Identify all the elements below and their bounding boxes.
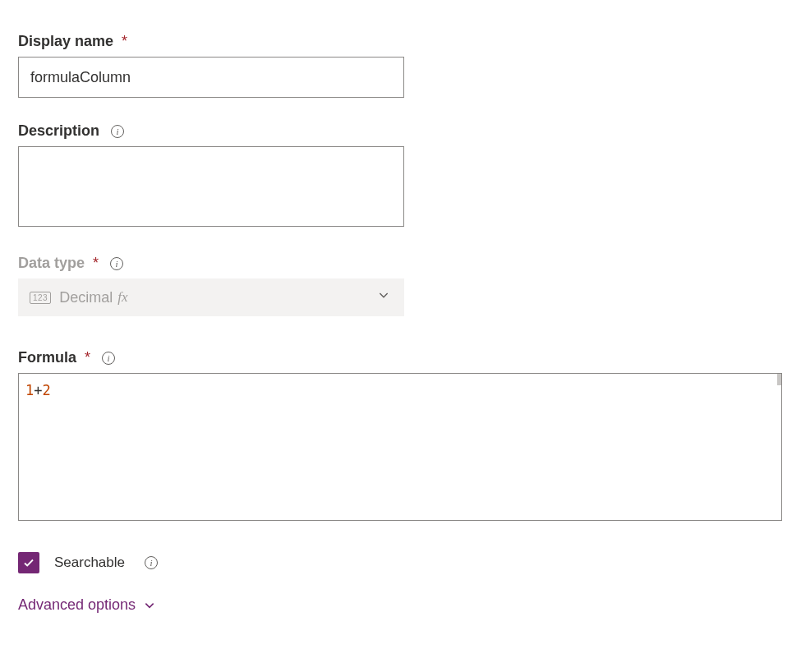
info-icon[interactable]: i [111, 125, 124, 138]
display-name-input[interactable] [18, 57, 404, 98]
display-name-field: Display name * [18, 33, 783, 98]
formula-token-number: 2 [43, 382, 51, 398]
fx-icon: fx [117, 289, 127, 306]
description-input[interactable] [18, 146, 404, 227]
required-marker: * [122, 33, 127, 50]
info-icon[interactable]: i [145, 556, 158, 569]
display-name-label: Display name [18, 33, 113, 50]
searchable-row: Searchable i [18, 552, 783, 573]
data-type-label-row: Data type * i [18, 255, 783, 272]
info-icon[interactable]: i [102, 352, 115, 365]
data-type-value: Decimal [59, 289, 113, 306]
display-name-label-row: Display name * [18, 33, 783, 50]
data-type-field: Data type * i 123 Decimal fx [18, 255, 783, 316]
chevron-down-icon [378, 288, 389, 305]
chevron-down-icon [144, 600, 155, 611]
info-icon[interactable]: i [110, 257, 123, 270]
scrollbar[interactable] [777, 374, 781, 385]
description-label-row: Description i [18, 122, 783, 140]
formula-field: Formula * i 1+2 [18, 349, 783, 521]
description-label: Description [18, 122, 99, 140]
searchable-label: Searchable [54, 555, 125, 571]
advanced-options-toggle[interactable]: Advanced options [18, 596, 783, 614]
formula-label-row: Formula * i [18, 349, 783, 366]
formula-label: Formula [18, 349, 76, 366]
required-marker: * [85, 349, 90, 366]
advanced-options-label: Advanced options [18, 596, 136, 614]
data-type-dropdown: 123 Decimal fx [18, 278, 404, 316]
formula-token-number: 1 [25, 382, 34, 398]
required-marker: * [93, 255, 99, 272]
description-field: Description i [18, 122, 783, 230]
data-type-label: Data type [18, 255, 85, 272]
formula-editor[interactable]: 1+2 [18, 373, 782, 521]
searchable-checkbox[interactable] [18, 552, 39, 573]
number-type-icon: 123 [30, 292, 51, 304]
formula-token-operator: + [34, 382, 42, 398]
